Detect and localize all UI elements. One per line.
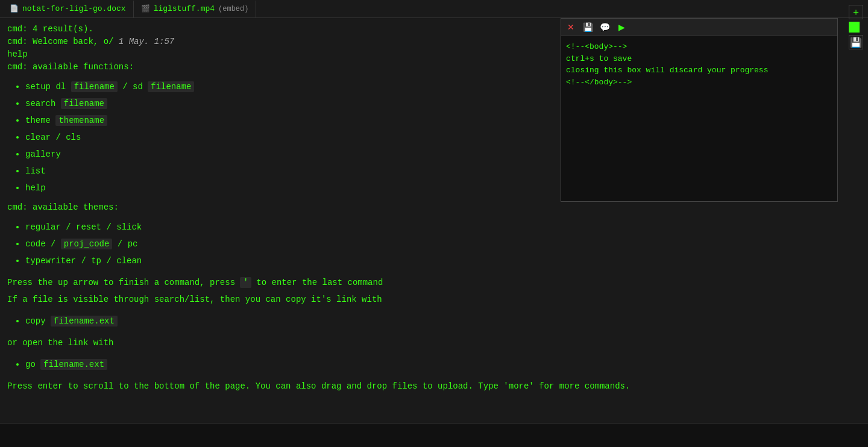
theme-regular: regular / reset / slick (25, 219, 861, 236)
info-line-2: If a file is visible through search/list… (7, 291, 861, 308)
cmd-available-themes: cmd: available themes: (7, 201, 861, 214)
editor-save-button[interactable]: 💾 (582, 21, 594, 33)
help-command-text: help (7, 49, 28, 59)
theme-code: code / proj_code / pc (25, 236, 861, 252)
code-go-filename: filename.ext (40, 359, 107, 370)
open-line: or open the link with (7, 334, 861, 351)
tab-bar: 📄 notat-for-ligl-go.docx 🎬 liglstuff.mp4… (0, 0, 868, 18)
code-filename1: filename (71, 81, 118, 92)
bottom-info-line: Press enter to scroll to the bottom of t… (7, 378, 861, 395)
copy-item: copy filename.ext (25, 313, 861, 330)
tab-mp4-label: liglstuff.mp4 (154, 4, 215, 13)
editor-textarea[interactable]: <!--<body>--> ctrl+s to save closing thi… (561, 36, 837, 199)
mp4-icon: 🎬 (141, 4, 150, 13)
main-content: cmd: 4 result(s). cmd: Welcome back, o/ … (0, 18, 868, 423)
input-bar (0, 423, 868, 447)
code-filename2: filename (148, 81, 194, 92)
info-line-1: Press the up arrow to finish a command, … (7, 274, 861, 291)
code-projcode: proj_code (61, 239, 113, 249)
code-copy-filename: filename.ext (51, 316, 118, 327)
terminal-input[interactable] (5, 431, 863, 440)
code-tick: ' (240, 277, 251, 288)
save-top-button[interactable]: 💾 (849, 35, 863, 49)
themes-list: regular / reset / slick code / proj_code… (7, 219, 861, 269)
go-list: go filename.ext (7, 356, 861, 373)
tab-mp4[interactable]: 🎬 liglstuff.mp4 (embed) (134, 1, 257, 17)
editor-comment-button[interactable]: 💬 (599, 21, 611, 33)
editor-play-button[interactable]: ▶ (615, 21, 627, 33)
cmd-functions-label: cmd: available functions: (7, 62, 134, 72)
code-themename: themename (55, 115, 107, 126)
checkbox-icon[interactable] (849, 22, 860, 33)
go-item: go filename.ext (25, 356, 861, 373)
theme-typewriter: typewriter / tp / clean (25, 252, 861, 269)
cmd-welcome-date: 1 May. 1:57 (119, 37, 174, 46)
tab-docx-label: notat-for-ligl-go.docx (22, 4, 126, 13)
code-filename3: filename (61, 98, 107, 109)
tab-docx[interactable]: 📄 notat-for-ligl-go.docx (2, 1, 134, 17)
cmd-welcome-text: cmd: Welcome back, o/ (7, 37, 113, 46)
editor-panel: ✕ 💾 💬 ▶ <!--<body>--> ctrl+s to save clo… (561, 18, 838, 202)
copy-list: copy filename.ext (7, 313, 861, 330)
editor-close-button[interactable]: ✕ (565, 21, 577, 33)
editor-toolbar: ✕ 💾 💬 ▶ (561, 19, 837, 36)
add-button[interactable]: ＋ (849, 5, 863, 19)
cmd-result-text: cmd: 4 result(s). (7, 24, 93, 34)
tab-mp4-extra: (embed) (218, 5, 248, 13)
cmd-themes-label: cmd: available themes: (7, 202, 119, 212)
docx-icon: 📄 (10, 4, 19, 13)
top-right-actions: ＋ 💾 (849, 5, 863, 49)
